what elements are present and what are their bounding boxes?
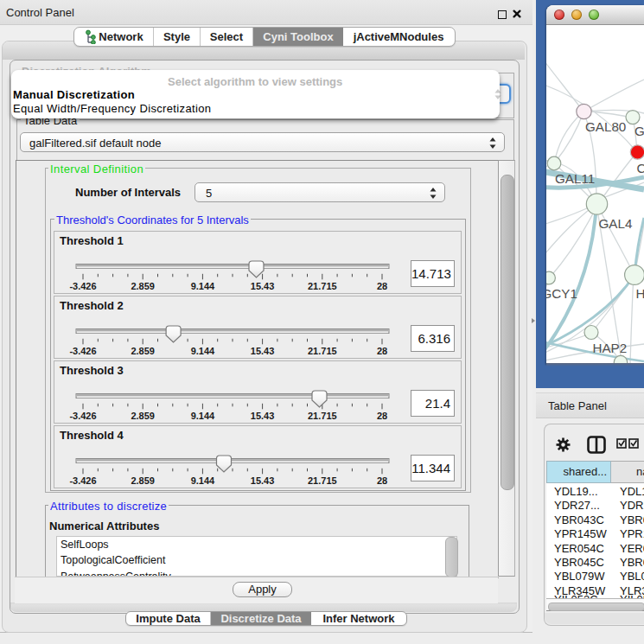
svg-text:9.144: 9.144 — [191, 411, 215, 421]
svg-text:2.859: 2.859 — [131, 475, 155, 486]
svg-text:C: C — [637, 161, 644, 175]
svg-text:9.144: 9.144 — [191, 475, 215, 486]
svg-text:28: 28 — [377, 475, 387, 486]
svg-text:21.715: 21.715 — [308, 346, 337, 356]
svg-text:GCY1: GCY1 — [546, 286, 577, 301]
svg-text:-3.426: -3.426 — [69, 281, 96, 291]
svg-text:21.715: 21.715 — [308, 475, 337, 486]
svg-text:28: 28 — [377, 281, 387, 291]
svg-text:15.43: 15.43 — [251, 475, 275, 486]
svg-text:9.144: 9.144 — [191, 346, 215, 356]
svg-text:28: 28 — [377, 411, 387, 421]
svg-text:28: 28 — [377, 346, 387, 356]
svg-text:2.859: 2.859 — [131, 411, 155, 421]
svg-text:2.859: 2.859 — [131, 346, 155, 356]
svg-text:-3.426: -3.426 — [69, 475, 96, 486]
svg-text:GAL4: GAL4 — [599, 216, 633, 231]
svg-text:G.: G. — [634, 124, 644, 138]
svg-text:2.859: 2.859 — [131, 281, 155, 291]
svg-text:-3.426: -3.426 — [69, 411, 96, 421]
svg-text:H: H — [636, 286, 644, 301]
svg-text:15.43: 15.43 — [251, 411, 275, 421]
svg-text:15.43: 15.43 — [251, 281, 275, 291]
svg-text:GAL11: GAL11 — [555, 171, 595, 186]
svg-text:9.144: 9.144 — [191, 281, 215, 291]
svg-text:-3.426: -3.426 — [69, 346, 96, 356]
svg-text:21.715: 21.715 — [308, 281, 337, 291]
svg-text:HAP2: HAP2 — [593, 341, 628, 355]
svg-text:21.715: 21.715 — [308, 411, 337, 421]
svg-text:15.43: 15.43 — [251, 346, 275, 356]
svg-text:GAL80: GAL80 — [585, 119, 626, 134]
